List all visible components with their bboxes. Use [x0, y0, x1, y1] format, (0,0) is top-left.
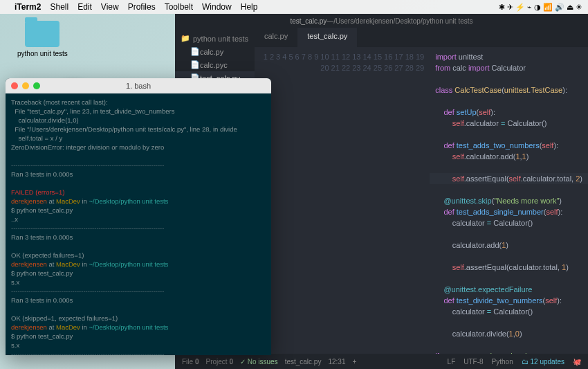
status-add-icon[interactable]: + [352, 358, 356, 366]
macos-menubar: iTerm2 ShellEditViewProfilesToolbeltWind… [0, 0, 588, 14]
folder-icon [25, 21, 59, 47]
status-project[interactable]: Project 0 [205, 358, 232, 366]
desktop-folder[interactable]: python unit tests [17, 21, 68, 57]
status-encoding[interactable]: UTF-8 [463, 358, 483, 366]
file-icon: 📄 [190, 47, 197, 56]
code-editor[interactable]: 1 2 3 4 5 6 7 8 9 10 11 12 13 14 15 16 1… [255, 47, 588, 354]
status-language[interactable]: Python [492, 358, 513, 366]
line-gutter: 1 2 3 4 5 6 7 8 9 10 11 12 13 14 15 16 1… [255, 47, 430, 354]
status-issues[interactable]: ✓ No issues [240, 358, 278, 366]
code-content[interactable]: import unittest from calc import Calcula… [430, 47, 588, 354]
status-file[interactable]: File 0 [182, 358, 199, 366]
editor-title-file: test_calc.py [290, 17, 327, 25]
menubar-status-icons: ✱ ✈ ⚡ ⌁ ◑ 📶 🔊 ⏏ ☀ [499, 3, 582, 12]
status-updates[interactable]: 🗂 12 updates [522, 358, 564, 366]
menu-view[interactable]: View [101, 2, 119, 12]
menu-help[interactable]: Help [241, 2, 258, 12]
project-root[interactable]: 📁 python unit tests [175, 32, 255, 45]
menu-edit[interactable]: Edit [77, 2, 92, 12]
status-cursor-pos[interactable]: 12:31 [328, 358, 345, 366]
terminal-title: 1. bash [6, 82, 271, 91]
terminal-output[interactable]: Traceback (most recent call last): File … [6, 93, 271, 355]
status-lf[interactable]: LF [448, 358, 456, 366]
file-tree-item[interactable]: 📄calc.py [175, 45, 255, 58]
file-tree-item[interactable]: 📄calc.pyc [175, 58, 255, 71]
editor-titlebar: test_calc.py — /Users/derekjensen/Deskto… [175, 14, 588, 28]
octocat-icon[interactable]: 🐙 [573, 358, 581, 366]
terminal-titlebar[interactable]: 1. bash [6, 78, 271, 93]
menu-window[interactable]: Window [202, 2, 232, 12]
editor-statusbar: File 0 Project 0 ✓ No issues test_calc.p… [175, 354, 588, 369]
editor-tabs: calc.pytest_calc.py [255, 28, 588, 47]
tab-test_calc-py[interactable]: test_calc.py [297, 28, 357, 47]
menu-toolbelt[interactable]: Toolbelt [165, 2, 193, 12]
file-icon: 📄 [190, 60, 197, 69]
desktop-folder-label: python unit tests [17, 50, 68, 57]
status-filename: test_calc.py [285, 358, 322, 366]
app-name[interactable]: iTerm2 [15, 2, 41, 12]
editor-title-path: /Users/derekjensen/Desktop/python unit t… [333, 17, 472, 25]
terminal-window: 1. bash Traceback (most recent call last… [6, 78, 271, 355]
folder-icon: 📁 [181, 34, 190, 43]
menu-shell[interactable]: Shell [50, 2, 68, 12]
menu-profiles[interactable]: Profiles [128, 2, 156, 12]
tab-calc-py[interactable]: calc.py [255, 28, 297, 47]
